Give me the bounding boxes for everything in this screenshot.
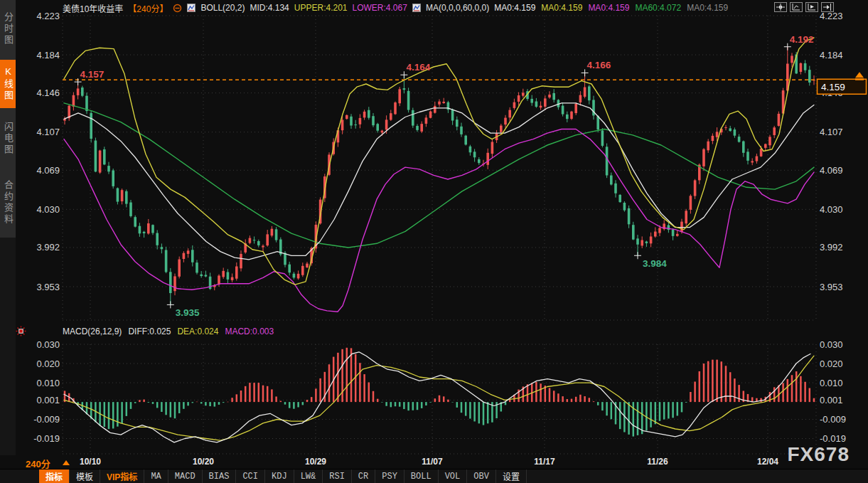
sidebar-item-kline-chart[interactable]: K线图 [0,60,16,108]
high-annotation-4.192: 4.192 [790,34,814,45]
toolbar-button-kdj[interactable]: KDJ [265,469,294,483]
boll-mid-value: MID:4.134 [250,3,289,13]
boll-lower-value: LOWER:4.067 [353,3,407,13]
left-sidebar: 分时图K线图闪电图合约资料 [0,0,16,455]
high-annotation-4.166: 4.166 [587,60,611,70]
ma-value-2: MA0:4.159 [588,3,629,13]
svg-text:4.030: 4.030 [36,204,60,215]
current-price-marker: 4.159 [63,72,867,94]
svg-text:-0.019: -0.019 [33,433,60,444]
boll-label: BOLL(20,2) [200,3,245,13]
date-label-11-26: 11/26 [647,457,668,467]
svg-text:3.953: 3.953 [36,282,60,292]
toolbar-button-rsi[interactable]: RSI [323,469,352,483]
svg-text:4.223: 4.223 [36,11,60,21]
toolbar-button-bias[interactable]: BIAS [203,469,237,483]
svg-text:0.030: 0.030 [820,339,843,350]
macd-header: MACD(26,12,9) DIFF:0.025 DEA:0.024 MACD:… [63,327,274,336]
date-label-10-10: 10/10 [80,457,101,467]
chart-header: 美债10年收益率 【240分】 BOLL(20,2) MID:4.134 UPP… [63,2,728,14]
toolbar-button-cci[interactable]: CCI [236,469,265,483]
date-label-10-20: 10/20 [193,457,214,467]
svg-text:4.184: 4.184 [36,50,60,60]
svg-text:0.010: 0.010 [820,378,843,388]
svg-text:0.001: 0.001 [36,395,60,405]
ma-value-0: MA0:4.159 [494,3,535,13]
svg-text:4.069: 4.069 [820,165,843,176]
axis-scale-icon[interactable] [790,2,803,12]
minus-circle-icon[interactable] [173,4,182,13]
high-annotation-4.157: 4.157 [80,69,105,80]
svg-text:4.184: 4.184 [820,50,843,60]
bottom-toolbar: 指标模板VIP指标MAMACDBIASCCIKDJLW&RSICRPSYBOLL… [0,469,868,483]
candlestick-series[interactable] [63,47,815,305]
sidebar-item-flash-chart[interactable]: 闪电图 [0,114,16,164]
high-annotation-4.164: 4.164 [406,62,430,73]
ma-label: MA(0,0,0,60,0,0) [426,3,489,13]
scroll-chart-icon[interactable] [805,2,818,12]
ma-value-3: MA60:4.072 [635,3,681,13]
svg-text:4.146: 4.146 [36,87,60,98]
svg-text:0.001: 0.001 [820,395,843,405]
current-price-value: 4.159 [821,82,845,92]
ma-indicator-icon[interactable] [412,4,421,12]
toolbar-button-vol[interactable]: VOL [439,469,468,483]
toolbar-button-indicator[interactable]: 指标 [39,469,70,483]
crosshair-icon[interactable] [774,2,787,12]
alarm-indicator-icon[interactable] [16,326,26,339]
toolbar-button-template[interactable]: 模板 [70,469,100,483]
sidebar-item-time-chart[interactable]: 分时图 [0,4,16,54]
svg-text:4.107: 4.107 [820,127,843,137]
svg-text:3.953: 3.953 [820,282,843,292]
toolbar-button-boll[interactable]: BOLL [404,469,439,483]
svg-text:0.030: 0.030 [36,339,60,350]
sidebar-item-contract-info[interactable]: 合约资料 [0,169,16,236]
toolbar-button-psy[interactable]: PSY [375,469,404,483]
boll-indicator-icon[interactable] [187,4,195,12]
macd-macd-value: MACD:0.003 [225,327,274,336]
watermark: FX678 [788,443,850,466]
svg-text:-0.009: -0.009 [33,414,60,425]
period-tag[interactable]: 【240分】 [128,2,168,14]
svg-text:4.030: 4.030 [820,204,843,215]
date-label-11-17: 11/17 [534,457,554,467]
shift-right-icon[interactable] [821,2,834,12]
date-label-12-04: 12/04 [757,457,778,467]
svg-text:0.010: 0.010 [36,378,60,388]
symbol-title: 美债10年收益率 [63,2,123,14]
svg-text:3.992: 3.992 [820,242,843,253]
svg-text:0.020: 0.020 [820,359,843,369]
macd-series-layer [64,348,815,442]
toolbar-button-vip-indicator[interactable]: VIP指标 [100,469,144,483]
macd-label: MACD(26,12,9) [63,327,122,336]
svg-text:-0.009: -0.009 [820,414,846,425]
overlay-lines-layer [64,38,814,312]
svg-text:0.020: 0.020 [36,359,60,369]
ma-value-1: MA0:4.159 [541,3,582,13]
svg-text:3.992: 3.992 [36,242,60,253]
trading-app-window: 4.2234.2234.1844.1844.1464.1464.1074.107… [0,0,868,483]
toolbar-button-settings[interactable]: 设置 [496,469,527,483]
chart-tool-icons [774,2,834,12]
toolbar-button-cr[interactable]: CR [352,469,375,483]
macd-dea-value: DEA:0.024 [177,327,218,336]
date-label-11-07: 11/07 [422,457,442,467]
date-label-10-29: 10/29 [305,457,326,467]
svg-text:4.107: 4.107 [36,127,60,137]
low-annotation-3.935: 3.935 [176,307,200,318]
toolbar-button-ma[interactable]: MA [144,469,168,483]
toolbar-button-lw[interactable]: LW& [294,469,323,483]
toolbar-button-macd[interactable]: MACD [168,469,203,483]
svg-text:-0.019: -0.019 [820,433,846,444]
price-annotations-layer: 4.1574.1644.1664.1923.9353.984 [75,34,814,319]
macd-diff-value: DIFF:0.025 [128,327,171,336]
toolbar-button-obv[interactable]: OBV [467,469,496,483]
period-dropdown-arrow-icon [63,460,70,465]
ma-value-4: MA0:4.159 [687,3,728,13]
low-annotation-3.984: 3.984 [643,258,667,269]
svg-text:4.069: 4.069 [36,165,60,176]
chart-canvas[interactable]: 4.2234.2234.1844.1844.1464.1464.1074.107… [0,0,868,483]
time-axis: 240分 10/1010/2010/2911/0711/1711/2612/04 [0,456,868,468]
boll-upper-value: UPPER:4.201 [294,3,348,13]
ma-values: MA0:4.159MA0:4.159MA0:4.159MA60:4.072MA0… [494,3,728,13]
